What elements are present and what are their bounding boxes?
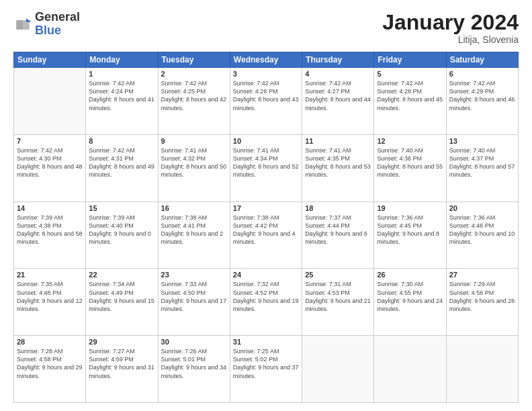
weekday-header-tuesday: Tuesday <box>158 52 230 68</box>
day-info: Sunrise: 7:36 AMSunset: 4:46 PMDaylight:… <box>449 214 515 246</box>
weekday-header-friday: Friday <box>374 52 446 68</box>
day-number: 2 <box>161 70 227 78</box>
day-info: Sunrise: 7:42 AMSunset: 4:29 PMDaylight:… <box>449 79 515 112</box>
calendar-week-1: 1Sunrise: 7:42 AMSunset: 4:24 PMDaylight… <box>14 68 519 135</box>
day-number: 4 <box>305 70 371 78</box>
day-info: Sunrise: 7:31 AMSunset: 4:53 PMDaylight:… <box>305 280 371 313</box>
day-info: Sunrise: 7:41 AMSunset: 4:34 PMDaylight:… <box>233 146 299 179</box>
header: General Blue January 2024 Litija, Sloven… <box>13 11 519 45</box>
day-number: 15 <box>89 204 154 212</box>
day-info: Sunrise: 7:39 AMSunset: 4:40 PMDaylight:… <box>89 214 154 246</box>
day-info: Sunrise: 7:41 AMSunset: 4:32 PMDaylight:… <box>161 146 227 179</box>
calendar-cell: 3Sunrise: 7:42 AMSunset: 4:26 PMDaylight… <box>230 68 302 135</box>
logo-blue: Blue <box>35 24 80 38</box>
day-number: 8 <box>89 137 154 145</box>
day-info: Sunrise: 7:42 AMSunset: 4:24 PMDaylight:… <box>89 79 154 112</box>
calendar-cell: 12Sunrise: 7:40 AMSunset: 4:36 PMDayligh… <box>374 134 446 201</box>
calendar-week-3: 14Sunrise: 7:39 AMSunset: 4:38 PMDayligh… <box>14 201 519 269</box>
calendar-cell <box>374 336 446 403</box>
day-info: Sunrise: 7:27 AMSunset: 4:59 PMDaylight:… <box>89 347 154 380</box>
calendar-cell: 2Sunrise: 7:42 AMSunset: 4:25 PMDaylight… <box>158 68 230 135</box>
day-number: 13 <box>449 137 515 145</box>
day-number: 14 <box>17 204 83 212</box>
calendar-cell: 23Sunrise: 7:33 AMSunset: 4:50 PMDayligh… <box>158 269 230 336</box>
day-info: Sunrise: 7:42 AMSunset: 4:31 PMDaylight:… <box>89 146 154 179</box>
weekday-header-thursday: Thursday <box>302 52 374 68</box>
calendar-cell <box>446 336 518 403</box>
day-info: Sunrise: 7:25 AMSunset: 5:02 PMDaylight:… <box>233 347 299 380</box>
day-info: Sunrise: 7:30 AMSunset: 4:55 PMDaylight:… <box>377 280 443 313</box>
calendar-cell: 31Sunrise: 7:25 AMSunset: 5:02 PMDayligh… <box>230 336 302 403</box>
day-info: Sunrise: 7:42 AMSunset: 4:27 PMDaylight:… <box>305 79 371 112</box>
day-number: 7 <box>17 137 83 145</box>
day-number: 10 <box>233 137 299 145</box>
day-number: 31 <box>233 338 299 346</box>
month-year: January 2024 <box>382 11 519 34</box>
day-number: 1 <box>89 70 154 78</box>
day-number: 20 <box>449 204 515 212</box>
day-info: Sunrise: 7:33 AMSunset: 4:50 PMDaylight:… <box>161 280 227 313</box>
calendar-week-4: 21Sunrise: 7:35 AMSunset: 4:48 PMDayligh… <box>14 269 519 336</box>
page: General Blue January 2024 Litija, Sloven… <box>0 0 532 411</box>
calendar-week-2: 7Sunrise: 7:42 AMSunset: 4:30 PMDaylight… <box>14 134 519 201</box>
day-number: 9 <box>161 137 227 145</box>
day-number: 24 <box>233 271 299 279</box>
day-number: 26 <box>377 271 443 279</box>
day-number: 18 <box>305 204 371 212</box>
day-info: Sunrise: 7:29 AMSunset: 4:56 PMDaylight:… <box>449 280 515 313</box>
calendar-header-row: SundayMondayTuesdayWednesdayThursdayFrid… <box>14 52 519 68</box>
day-info: Sunrise: 7:42 AMSunset: 4:28 PMDaylight:… <box>377 79 443 112</box>
svg-rect-1 <box>16 20 23 30</box>
day-number: 19 <box>377 204 443 212</box>
calendar-cell: 14Sunrise: 7:39 AMSunset: 4:38 PMDayligh… <box>14 201 86 269</box>
logo: General Blue <box>13 11 80 38</box>
day-number: 23 <box>161 271 227 279</box>
day-number: 16 <box>161 204 227 212</box>
weekday-header-saturday: Saturday <box>446 52 518 68</box>
calendar-cell: 1Sunrise: 7:42 AMSunset: 4:24 PMDaylight… <box>86 68 158 135</box>
calendar-cell: 7Sunrise: 7:42 AMSunset: 4:30 PMDaylight… <box>14 134 86 201</box>
calendar-table: SundayMondayTuesdayWednesdayThursdayFrid… <box>13 52 519 403</box>
day-info: Sunrise: 7:35 AMSunset: 4:48 PMDaylight:… <box>17 280 83 313</box>
day-info: Sunrise: 7:42 AMSunset: 4:30 PMDaylight:… <box>17 146 83 179</box>
calendar-week-5: 28Sunrise: 7:28 AMSunset: 4:58 PMDayligh… <box>14 336 519 403</box>
day-number: 29 <box>89 338 154 346</box>
calendar-cell: 24Sunrise: 7:32 AMSunset: 4:52 PMDayligh… <box>230 269 302 336</box>
calendar-cell: 26Sunrise: 7:30 AMSunset: 4:55 PMDayligh… <box>374 269 446 336</box>
weekday-header-sunday: Sunday <box>14 52 86 68</box>
day-number: 25 <box>305 271 371 279</box>
day-number: 3 <box>233 70 299 78</box>
day-number: 5 <box>377 70 443 78</box>
day-number: 11 <box>305 137 371 145</box>
day-info: Sunrise: 7:34 AMSunset: 4:49 PMDaylight:… <box>89 280 154 313</box>
logo-text: General Blue <box>35 11 80 38</box>
day-info: Sunrise: 7:41 AMSunset: 4:35 PMDaylight:… <box>305 146 371 179</box>
calendar-cell: 29Sunrise: 7:27 AMSunset: 4:59 PMDayligh… <box>86 336 158 403</box>
day-info: Sunrise: 7:32 AMSunset: 4:52 PMDaylight:… <box>233 280 299 313</box>
calendar-cell: 27Sunrise: 7:29 AMSunset: 4:56 PMDayligh… <box>446 269 518 336</box>
generalblue-logo-icon <box>13 15 32 34</box>
day-info: Sunrise: 7:40 AMSunset: 4:36 PMDaylight:… <box>377 146 443 179</box>
day-info: Sunrise: 7:38 AMSunset: 4:41 PMDaylight:… <box>161 214 227 246</box>
location: Litija, Slovenia <box>382 34 519 45</box>
calendar-cell: 21Sunrise: 7:35 AMSunset: 4:48 PMDayligh… <box>14 269 86 336</box>
day-info: Sunrise: 7:37 AMSunset: 4:44 PMDaylight:… <box>305 214 371 246</box>
calendar-cell: 10Sunrise: 7:41 AMSunset: 4:34 PMDayligh… <box>230 134 302 201</box>
day-info: Sunrise: 7:36 AMSunset: 4:45 PMDaylight:… <box>377 214 443 246</box>
day-info: Sunrise: 7:38 AMSunset: 4:42 PMDaylight:… <box>233 214 299 246</box>
day-number: 22 <box>89 271 154 279</box>
calendar-cell: 9Sunrise: 7:41 AMSunset: 4:32 PMDaylight… <box>158 134 230 201</box>
calendar-cell: 19Sunrise: 7:36 AMSunset: 4:45 PMDayligh… <box>374 201 446 269</box>
calendar-cell <box>14 68 86 135</box>
calendar-cell: 8Sunrise: 7:42 AMSunset: 4:31 PMDaylight… <box>86 134 158 201</box>
title-block: January 2024 Litija, Slovenia <box>382 11 519 45</box>
calendar-cell: 15Sunrise: 7:39 AMSunset: 4:40 PMDayligh… <box>86 201 158 269</box>
calendar-cell: 5Sunrise: 7:42 AMSunset: 4:28 PMDaylight… <box>374 68 446 135</box>
calendar-cell: 11Sunrise: 7:41 AMSunset: 4:35 PMDayligh… <box>302 134 374 201</box>
weekday-header-wednesday: Wednesday <box>230 52 302 68</box>
logo-general: General <box>35 11 80 24</box>
calendar-cell: 20Sunrise: 7:36 AMSunset: 4:46 PMDayligh… <box>446 201 518 269</box>
calendar-cell: 4Sunrise: 7:42 AMSunset: 4:27 PMDaylight… <box>302 68 374 135</box>
day-number: 17 <box>233 204 299 212</box>
calendar-cell: 22Sunrise: 7:34 AMSunset: 4:49 PMDayligh… <box>86 269 158 336</box>
